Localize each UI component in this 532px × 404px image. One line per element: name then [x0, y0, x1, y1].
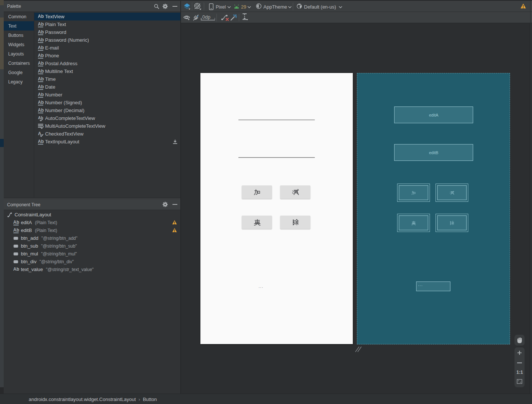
svg-text:Ab: Ab [38, 108, 44, 113]
svg-text:Ab: Ab [38, 100, 44, 105]
svg-text:Ab: Ab [38, 92, 44, 97]
svg-text:Ab: Ab [38, 139, 44, 144]
svg-text:Ab: Ab [13, 228, 19, 233]
svg-text:Ab: Ab [38, 45, 44, 50]
svg-text:Ab: Ab [38, 37, 44, 42]
svg-text:Ab: Ab [38, 22, 44, 27]
svg-text:Ab: Ab [38, 69, 44, 74]
svg-text:Ab: Ab [13, 220, 19, 225]
svg-text:Ab: Ab [38, 14, 44, 19]
svg-text:Ab: Ab [38, 84, 44, 89]
svg-text:Ab: Ab [13, 267, 19, 272]
svg-text:Ab: Ab [38, 61, 44, 66]
svg-text:Ab: Ab [38, 76, 44, 82]
svg-text:Ab: Ab [38, 53, 44, 58]
svg-text:Ab: Ab [38, 29, 44, 35]
